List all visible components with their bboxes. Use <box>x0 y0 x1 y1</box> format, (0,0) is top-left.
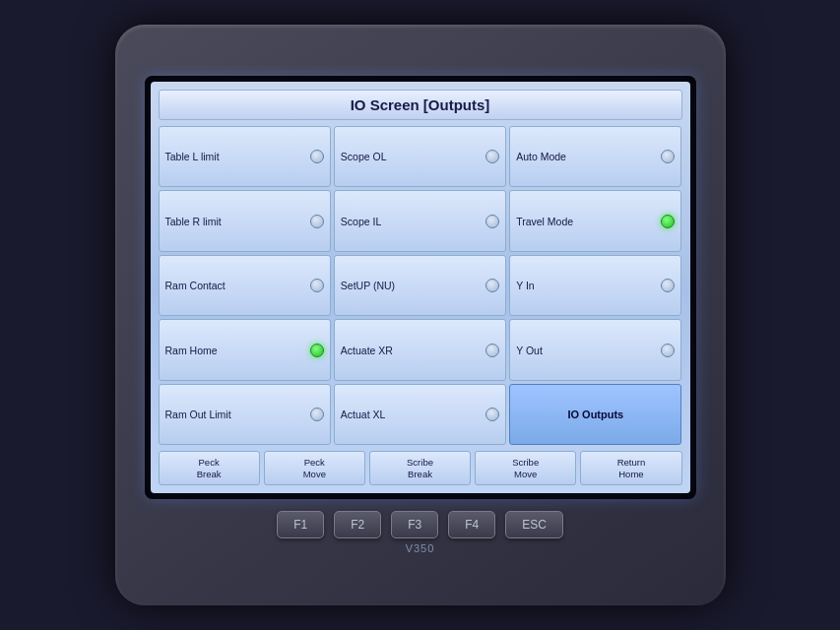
return-home-button[interactable]: ReturnHome <box>580 451 681 485</box>
io-item-auto-mode[interactable]: Auto Mode <box>509 126 681 187</box>
peck-move-button[interactable]: PeckMove <box>264 451 365 485</box>
esc-key[interactable]: ESC <box>505 511 563 538</box>
indicator-off <box>485 279 499 292</box>
io-outputs-label[interactable]: IO Outputs <box>509 384 681 445</box>
io-item-table-r-limit[interactable]: Table R limit <box>159 190 331 251</box>
indicator-green <box>661 215 675 228</box>
io-label: SetUP (NU) <box>341 280 485 291</box>
io-item-y-out[interactable]: Y Out <box>509 319 681 380</box>
indicator-off <box>485 215 499 228</box>
io-item-ram-home[interactable]: Ram Home <box>159 319 331 380</box>
io-label: Y In <box>516 280 661 291</box>
io-label: Actuat XL <box>341 409 485 420</box>
indicator-off <box>310 279 324 292</box>
io-item-y-in[interactable]: Y In <box>509 255 681 316</box>
screen-title: IO Screen [Outputs] <box>159 90 682 120</box>
io-item-actuate-xr[interactable]: Actuate XR <box>334 319 506 380</box>
indicator-off <box>661 279 675 292</box>
f2-key[interactable]: F2 <box>334 511 381 538</box>
io-item-scope-ol[interactable]: Scope OL <box>334 126 506 187</box>
io-label: Travel Mode <box>516 216 661 227</box>
indicator-off <box>485 344 499 357</box>
io-label: Actuate XR <box>341 345 485 356</box>
f4-key[interactable]: F4 <box>448 511 495 538</box>
io-label: Auto Mode <box>516 151 661 162</box>
f1-key[interactable]: F1 <box>277 511 324 538</box>
io-outputs-text: IO Outputs <box>567 409 623 420</box>
io-label: Scope OL <box>341 151 485 162</box>
indicator-off <box>661 344 675 357</box>
io-item-ram-out-limit[interactable]: Ram Out Limit <box>159 384 331 445</box>
device-model-label: V350 <box>406 542 435 554</box>
function-keys-row: F1 F2 F3 F4 ESC <box>277 511 563 538</box>
f3-key[interactable]: F3 <box>391 511 438 538</box>
io-label: Scope IL <box>341 216 485 227</box>
io-label: Table L limit <box>165 151 310 162</box>
screen: IO Screen [Outputs] Table L limit Scope … <box>151 82 690 493</box>
scribe-break-button[interactable]: ScribeBreak <box>369 451 471 485</box>
io-label: Table R limit <box>165 216 310 227</box>
device-chassis: IO Screen [Outputs] Table L limit Scope … <box>115 25 726 605</box>
bottom-buttons: PeckBreak PeckMove ScribeBreak ScribeMov… <box>159 451 682 485</box>
indicator-off <box>310 408 324 421</box>
io-label: Ram Contact <box>165 280 310 291</box>
indicator-off <box>485 150 499 163</box>
indicator-off <box>485 408 499 421</box>
indicator-off <box>310 150 324 163</box>
indicator-off <box>661 150 675 163</box>
io-item-table-l-limit[interactable]: Table L limit <box>159 126 331 187</box>
io-label: Y Out <box>516 345 661 356</box>
io-label: Ram Out Limit <box>165 409 310 420</box>
io-item-scope-il[interactable]: Scope IL <box>334 190 506 251</box>
io-item-actuat-xl[interactable]: Actuat XL <box>334 384 506 445</box>
indicator-off <box>310 215 324 228</box>
indicator-green <box>310 344 324 357</box>
scribe-move-button[interactable]: ScribeMove <box>475 451 576 485</box>
peck-break-button[interactable]: PeckBreak <box>159 451 260 485</box>
io-grid: Table L limit Scope OL Auto Mode Table R… <box>159 126 682 445</box>
screen-bezel: IO Screen [Outputs] Table L limit Scope … <box>145 76 696 499</box>
io-label: Ram Home <box>165 345 310 356</box>
io-item-setup-nu[interactable]: SetUP (NU) <box>334 255 506 316</box>
io-item-ram-contact[interactable]: Ram Contact <box>159 255 331 316</box>
io-item-travel-mode[interactable]: Travel Mode <box>509 190 681 251</box>
